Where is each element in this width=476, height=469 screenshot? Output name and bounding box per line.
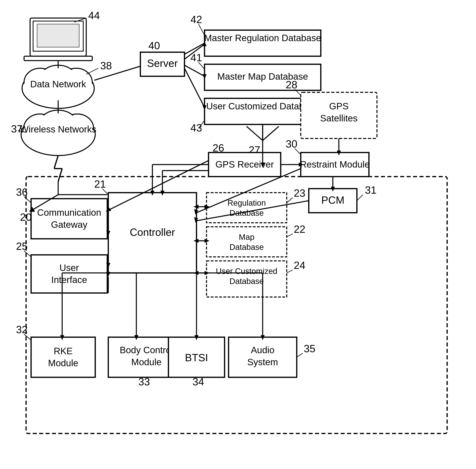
audio-system-label1: Audio [251, 345, 274, 355]
svg-rect-58 [31, 337, 95, 377]
audio-system-label2: System [247, 357, 278, 367]
master-reg-db-label: Master Regulation Database [204, 33, 321, 43]
label-23: 23 [294, 187, 305, 199]
label-40: 40 [148, 40, 160, 51]
gps-receiver-label: GPS Receiver [215, 159, 274, 169]
label-30: 30 [286, 138, 297, 150]
label-20: 20 [20, 211, 32, 223]
user-interface-label2: Interface [51, 275, 87, 285]
label-33: 33 [138, 376, 150, 387]
label-21: 21 [94, 178, 106, 190]
label-25: 25 [16, 240, 28, 252]
reg-db-label1: Regulation [227, 199, 266, 207]
user-custom-db2-label1: User Customized [216, 267, 277, 276]
user-interface-label1: User [59, 263, 79, 273]
rke-module-label1: RKE [54, 346, 73, 356]
body-control-label1: Body Control [120, 345, 173, 355]
map-db-label1: Map [239, 233, 254, 241]
rke-module-label2: Module [48, 358, 79, 368]
label-37: 37 [11, 123, 23, 135]
label-26: 26 [213, 142, 224, 154]
svg-rect-5 [24, 56, 92, 61]
svg-rect-52 [206, 193, 287, 223]
label-42: 42 [190, 14, 202, 25]
label-35: 35 [304, 343, 315, 354]
controller-label: Controller [130, 226, 175, 238]
wireless-networks-node: Wireless Networks [20, 110, 96, 155]
gps-satellites-label1: GPS [329, 101, 349, 111]
label-22: 22 [294, 223, 305, 235]
comm-gateway-label1: Communication [37, 207, 101, 218]
label-36: 36 [16, 186, 28, 198]
svg-rect-46 [31, 199, 107, 239]
restraint-module-label: Restraint Module [300, 159, 370, 169]
label-28: 28 [286, 79, 297, 90]
svg-rect-4 [37, 24, 79, 47]
label-34: 34 [192, 376, 204, 387]
label-38: 38 [100, 60, 112, 71]
user-custom-db2-label2: Database [229, 277, 264, 285]
svg-rect-50 [31, 255, 107, 293]
body-control-label2: Module [131, 357, 162, 367]
label-24: 24 [294, 259, 305, 271]
server-label: Server [147, 57, 178, 69]
label-32: 32 [16, 324, 28, 335]
data-network-label: Data Network [30, 79, 86, 89]
label-43: 43 [190, 122, 202, 134]
svg-rect-54 [206, 227, 287, 257]
wireless-networks-label: Wireless Networks [20, 124, 96, 134]
pcm-label: PCM [321, 194, 345, 206]
comm-gateway-label2: Gateway [51, 219, 87, 230]
map-db-label2: Database [229, 243, 264, 251]
label-44: 44 [88, 10, 100, 21]
label-31: 31 [365, 184, 377, 196]
gps-satellites-label2: Satellites [320, 113, 358, 123]
btsi-label: BTSI [185, 352, 208, 363]
